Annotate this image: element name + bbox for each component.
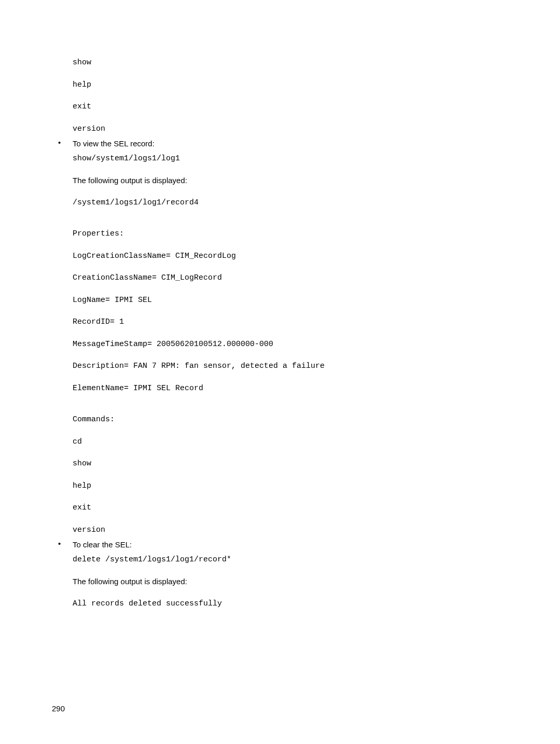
bullet-icon: • <box>52 539 73 548</box>
bullet-text-clear-sel: To clear the SEL: <box>73 539 132 551</box>
commands-label: Commands: <box>73 414 508 426</box>
bullet-item-view-sel: • To view the SEL record: <box>52 138 508 150</box>
page-number: 290 <box>52 704 65 713</box>
output-label: The following output is displayed: <box>73 175 508 187</box>
command-exit-2: exit <box>73 502 508 514</box>
command-show-log: show/system1/logs1/log1 <box>73 153 508 165</box>
output-result: All records deleted successfully <box>73 598 508 610</box>
command-help-2: help <box>73 480 508 492</box>
property-recordid: RecordID= 1 <box>73 316 508 328</box>
command-help: help <box>73 79 508 91</box>
properties-label: Properties: <box>73 228 508 240</box>
document-page: show help exit version • To view the SEL… <box>0 0 560 610</box>
property-elementname: ElementName= IPMI SEL Record <box>73 383 508 395</box>
output-path: /system1/logs1/log1/record4 <box>73 197 508 209</box>
property-messagetimestamp: MessageTimeStamp= 20050620100512.000000-… <box>73 339 508 351</box>
property-logcreationclassname: LogCreationClassName= CIM_RecordLog <box>73 251 508 263</box>
command-exit: exit <box>73 101 508 113</box>
command-show: show <box>73 57 508 69</box>
bullet-icon: • <box>52 138 73 147</box>
command-version-2: version <box>73 525 508 536</box>
bullet-text-view-sel: To view the SEL record: <box>73 138 155 150</box>
property-logname: LogName= IPMI SEL <box>73 295 508 307</box>
command-delete: delete /system1/logs1/log1/record* <box>73 554 508 566</box>
property-creationclassname: CreationClassName= CIM_LogRecord <box>73 272 508 284</box>
command-version: version <box>73 123 508 135</box>
output-label-2: The following output is displayed: <box>73 576 508 588</box>
property-description: Description= FAN 7 RPM: fan sensor, dete… <box>73 361 508 373</box>
bullet-item-clear-sel: • To clear the SEL: <box>52 539 508 551</box>
command-cd: cd <box>73 436 508 448</box>
command-show-2: show <box>73 458 508 470</box>
